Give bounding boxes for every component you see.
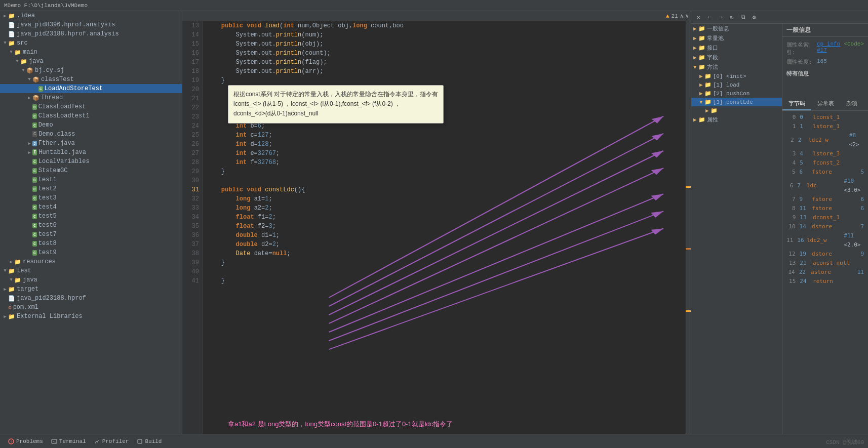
- bytecode-row-10: 10 14 dstore 7: [784, 222, 866, 231]
- tree-item-fields[interactable]: ▶ 📁 字段: [691, 53, 782, 62]
- line-num-25: 25: [182, 131, 202, 140]
- tree-item-constpool[interactable]: ▶ 📁 常量池: [691, 33, 782, 43]
- bytecode-row-15: 15 24 return: [784, 277, 866, 286]
- class-icon: C: [38, 86, 43, 92]
- tab-misc[interactable]: 杂项: [840, 98, 863, 110]
- sidebar-label: test1: [38, 176, 57, 183]
- class-icon: C: [32, 241, 37, 247]
- line-num-33: 33: [182, 203, 202, 213]
- sidebar-item-test6[interactable]: Ctest6: [0, 221, 182, 230]
- settings-btn[interactable]: ⚙: [749, 12, 759, 22]
- tree-folder-icon: ▶: [693, 54, 697, 61]
- warning-bar: ▲ 21 ∧ ∨: [182, 11, 691, 21]
- tab-bytecode[interactable]: 字节码: [782, 98, 811, 110]
- sidebar-item-test[interactable]: ▼ 📁 test: [0, 266, 182, 275]
- sidebar-label: java: [29, 58, 44, 65]
- tree-item-methods[interactable]: ▼ 📁 方法: [691, 62, 782, 72]
- sidebar-item-fther[interactable]: ▶ J Fther.java: [0, 139, 182, 148]
- tree-item-constldc-sub[interactable]: ▶ 📁: [691, 106, 782, 115]
- sidebar-item-hprof[interactable]: 📄 java_pid23188.hprof: [0, 294, 182, 303]
- tree-item-label: 接口: [707, 44, 718, 52]
- sidebar-item-test9[interactable]: Ctest9: [0, 248, 182, 257]
- line-num-36: 36: [182, 231, 202, 240]
- close-btn[interactable]: ✕: [693, 12, 703, 22]
- sidebar-item-demo[interactable]: C Demo: [0, 120, 182, 130]
- file-icon: 📄: [8, 31, 15, 37]
- sidebar-item-test2[interactable]: Ctest2: [0, 184, 182, 193]
- general-info-header: 一般信息: [782, 24, 868, 37]
- scroll-mark-3: [686, 310, 691, 312]
- sidebar-item-thread[interactable]: ▶ 📦 Thread: [0, 93, 182, 102]
- sidebar-item-test7[interactable]: Ctest7: [0, 230, 182, 239]
- nav-down-btn[interactable]: ∨: [685, 13, 689, 19]
- code-line-37: double d2=2;: [203, 240, 686, 249]
- sidebar-item-huntable[interactable]: ▶ I Huntable.java: [0, 148, 182, 157]
- tab-problems[interactable]: ! Problems: [4, 434, 47, 448]
- line-num-39: 39: [182, 258, 202, 267]
- special-info-label: 特有信息: [786, 70, 864, 77]
- sidebar-item-ststemgc[interactable]: C StstemGC: [0, 166, 182, 175]
- copy-btn[interactable]: ⧉: [738, 12, 748, 22]
- sidebar-item-test-java[interactable]: ▼ 📁 java: [0, 275, 182, 284]
- sidebar-item-target[interactable]: ▶ 📁 target: [0, 284, 182, 294]
- bytecode-row-2: 2 2 ldc2_w #8 <2>: [784, 131, 866, 149]
- sidebar-item-loadandstore[interactable]: C LoadAndStoreTest: [0, 84, 182, 93]
- class-icon: C: [32, 223, 37, 228]
- code-line-28: int f=32768;: [203, 158, 686, 167]
- refresh-btn[interactable]: ↻: [727, 12, 737, 22]
- tree-item-label: 常量池: [707, 34, 724, 42]
- sidebar-item-test4[interactable]: Ctest4: [0, 202, 182, 212]
- java-icon: J: [32, 141, 37, 146]
- nav-up-btn[interactable]: ∧: [680, 13, 684, 19]
- tree-item-pushcon[interactable]: ▶ 📁 [2] pushCon: [691, 89, 782, 98]
- line-num-35: 35: [182, 222, 202, 231]
- code-line-18: System.out.println(arr);: [203, 67, 686, 76]
- sidebar-item-test3[interactable]: Ctest3: [0, 193, 182, 202]
- scroll-strip[interactable]: [686, 21, 691, 434]
- sidebar-item-idea[interactable]: ▶ 📁 .idea: [0, 11, 182, 20]
- tree-item-load[interactable]: ▶ 📁 [1] load: [691, 80, 782, 89]
- tree-item-general[interactable]: ▶ 📁 一般信息: [691, 24, 782, 33]
- sidebar-item-classloadtest1[interactable]: C ClassLoadtest1: [0, 111, 182, 120]
- tab-build[interactable]: Build: [133, 434, 166, 448]
- svg-rect-12: [138, 439, 142, 443]
- file-icon: 📄: [8, 22, 15, 28]
- tree-item-attrs[interactable]: ▶ 📁 属性: [691, 115, 782, 125]
- sidebar-item-java-pid8396[interactable]: 📄 java_pid8396.hprof.analysis: [0, 20, 182, 29]
- sidebar-label: Fther.java: [38, 140, 75, 147]
- sidebar-item-test1[interactable]: Ctest1: [0, 175, 182, 184]
- forward-btn[interactable]: →: [716, 12, 726, 22]
- line-num-27: 27: [182, 149, 202, 158]
- sidebar-label: test3: [38, 194, 57, 201]
- sidebar-label: test4: [38, 203, 57, 211]
- sidebar-item-java-pid23188[interactable]: 📄 java_pid23188.hprof.analysis: [0, 29, 182, 38]
- tree-item-constldc[interactable]: ▼ 📁 [3] constLdc: [691, 98, 782, 106]
- sidebar-item-resources[interactable]: ▶ 📁 resources: [0, 257, 182, 266]
- tab-profiler[interactable]: Profiler: [90, 434, 133, 448]
- tree-item-init[interactable]: ▶ 📁 [0] <init>: [691, 72, 782, 80]
- tree-item-interface[interactable]: ▶ 📁 接口: [691, 43, 782, 53]
- sidebar-item-test5[interactable]: Ctest5: [0, 212, 182, 221]
- back-btn[interactable]: ←: [704, 12, 715, 22]
- attr-name-link[interactable]: cp info #17: [817, 41, 842, 56]
- tree-folder-icon: ▼: [693, 64, 697, 70]
- sidebar-item-src[interactable]: ▼ 📁 src: [0, 38, 182, 48]
- sidebar-item-java[interactable]: ▼ 📁 java: [0, 57, 182, 66]
- sidebar-item-external[interactable]: ▶ 📁 External Libraries: [0, 312, 182, 321]
- sidebar-item-classtest[interactable]: ▼ 📦 classTest: [0, 75, 182, 84]
- sidebar-item-main[interactable]: ▼ 📁 main: [0, 48, 182, 57]
- sidebar-item-bjcy[interactable]: ▼ 📦 bj.cy.sj: [0, 66, 182, 75]
- tab-terminal-label: Terminal: [59, 438, 86, 444]
- code-scroll-area[interactable]: public void load(int num,Object obj,long…: [203, 21, 686, 434]
- sidebar-item-pom[interactable]: ⚙ pom.xml: [0, 303, 182, 312]
- tab-exception[interactable]: 异常表: [811, 98, 840, 110]
- sidebar-item-test8[interactable]: Ctest8: [0, 239, 182, 248]
- sidebar-item-classloadtest[interactable]: C ClassLoadTest: [0, 102, 182, 111]
- tab-terminal[interactable]: >_ Terminal: [47, 434, 90, 448]
- sidebar-item-localvariables[interactable]: C LocalVariables: [0, 157, 182, 166]
- code-line-33: long a2=2;: [203, 203, 686, 213]
- sidebar-item-democlass[interactable]: C Demo.class: [0, 130, 182, 139]
- scroll-mark-1: [686, 186, 691, 188]
- bytecode-row-5: 5 6 fstore 5: [784, 168, 866, 177]
- profiler-icon: [94, 438, 100, 444]
